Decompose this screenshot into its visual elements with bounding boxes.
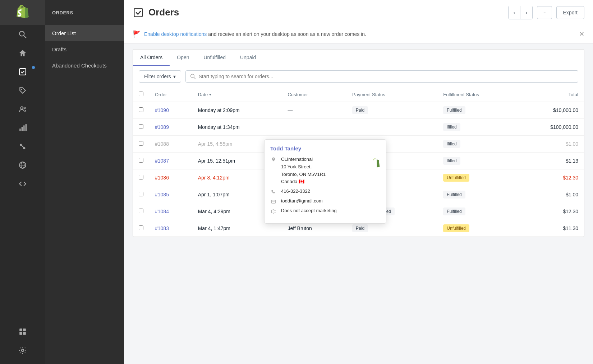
tooltip-phone: 416-322-3322 [281, 188, 310, 194]
fulfillment-status-badge: lfilled [443, 157, 460, 165]
svg-marker-25 [271, 210, 274, 214]
close-notification-button[interactable]: ✕ [579, 30, 584, 38]
next-button[interactable]: › [520, 6, 532, 19]
fulfillment-status-badge: lfilled [443, 123, 460, 131]
tab-unfulfilled[interactable]: Unfulfilled [196, 50, 233, 66]
order-total: $10,000.00 [553, 107, 578, 113]
customers-icon[interactable] [0, 100, 45, 118]
tooltip-email: toddtan@gmail.com [281, 198, 323, 204]
svg-rect-17 [23, 328, 26, 331]
col-total: Total [518, 87, 584, 102]
fulfillment-status-badge: Fulfilled [443, 191, 465, 199]
page-title: Orders [148, 7, 504, 18]
svg-line-26 [274, 210, 275, 211]
payment-status-badge: Paid [352, 224, 368, 232]
tooltip-customer-name: Todd Tanley [270, 145, 380, 151]
search-icon[interactable] [0, 25, 45, 44]
more-button[interactable]: ··· [537, 6, 552, 19]
svg-point-5 [24, 107, 25, 109]
discounts-icon[interactable] [0, 137, 45, 156]
order-link[interactable]: #1088 [155, 141, 169, 147]
row-checkbox[interactable] [139, 192, 143, 196]
filter-button[interactable]: Filter orders ▾ [139, 70, 181, 83]
header-orders-icon [133, 7, 144, 18]
order-total: $12.30 [563, 175, 578, 181]
order-link[interactable]: #1083 [155, 225, 169, 231]
search-input[interactable] [199, 74, 574, 79]
search-box [185, 70, 578, 83]
col-fulfillment-status: Fulfillment Status [437, 87, 517, 102]
svg-rect-7 [21, 127, 22, 131]
prev-button[interactable]: ‹ [509, 6, 521, 19]
orders-icon[interactable] [0, 62, 45, 81]
home-icon[interactable] [0, 44, 45, 62]
order-total: $1.00 [566, 141, 578, 147]
shopify-logo-icon [370, 158, 380, 170]
order-link[interactable]: #1089 [155, 124, 169, 130]
row-checkbox[interactable] [139, 158, 143, 163]
order-total: $100,000.00 [550, 124, 578, 130]
svg-rect-2 [19, 69, 26, 75]
payment-status-badge: Paid [352, 106, 368, 114]
notification-link[interactable]: Enable desktop notifications [144, 31, 207, 37]
phone-icon [270, 189, 277, 195]
order-link[interactable]: #1087 [155, 158, 169, 164]
fulfillment-status-badge: Unfulfilled [443, 174, 469, 182]
order-date: Mar 4, 1:47pm [198, 225, 230, 231]
tags-icon[interactable] [0, 81, 45, 100]
svg-rect-8 [23, 125, 24, 131]
table-row: #1090Monday at 2:09pm—PaidFulfilled$10,0… [133, 102, 584, 119]
nav-item-order-list[interactable]: Order List [45, 25, 124, 41]
row-checkbox[interactable] [139, 175, 143, 179]
svg-point-4 [20, 107, 23, 109]
orders-area: All Orders Open Unfulfilled Unpaid Filte… [124, 43, 593, 364]
svg-point-3 [21, 89, 22, 90]
order-link[interactable]: #1086 [155, 175, 169, 181]
tab-open[interactable]: Open [170, 50, 196, 66]
order-link[interactable]: #1085 [155, 192, 169, 197]
filter-button-label: Filter orders [144, 74, 171, 79]
tab-all-orders[interactable]: All Orders [133, 50, 170, 66]
apps-icon[interactable] [0, 322, 45, 341]
order-link[interactable]: #1084 [155, 209, 169, 214]
svg-rect-9 [25, 124, 26, 131]
date-sort-icon: ▾ [209, 92, 211, 97]
header: Orders ‹ › ··· Export [124, 0, 593, 25]
tab-unpaid[interactable]: Unpaid [233, 50, 263, 66]
nav-item-drafts[interactable]: Drafts [45, 41, 124, 57]
tooltip-marketing-row: Does not accept marketing [270, 208, 380, 215]
svg-line-10 [20, 144, 25, 149]
fulfillment-status-badge: Unfulfilled [443, 224, 469, 232]
tooltip-address: CLInternational 10 York Street. Toronto,… [281, 156, 326, 186]
customer-name: — [288, 107, 293, 113]
svg-point-0 [19, 31, 24, 36]
order-date: Apr 1, 1:07pm [198, 192, 230, 197]
row-checkbox[interactable] [139, 141, 143, 146]
flag-icon: 🚩 [133, 30, 141, 38]
row-checkbox[interactable] [139, 225, 143, 230]
row-checkbox[interactable] [139, 107, 143, 112]
tooltip-marketing: Does not accept marketing [281, 208, 337, 213]
marketing-icon [270, 208, 277, 215]
select-all-checkbox[interactable] [139, 92, 143, 96]
sidebar [0, 0, 45, 364]
svg-rect-6 [19, 129, 20, 131]
nav-item-abandoned-checkouts[interactable]: Abandoned Checkouts [45, 57, 124, 74]
col-date[interactable]: Date ▾ [192, 87, 282, 102]
svg-rect-21 [134, 8, 142, 17]
svg-line-27 [274, 212, 275, 213]
export-button[interactable]: Export [556, 6, 584, 19]
row-checkbox[interactable] [139, 124, 143, 129]
row-checkbox[interactable] [139, 209, 143, 213]
svg-point-22 [190, 74, 194, 78]
svg-line-23 [194, 77, 196, 79]
filter-bar: Filter orders ▾ [133, 66, 584, 87]
svg-rect-18 [19, 332, 22, 335]
globe-icon[interactable] [0, 156, 45, 174]
settings-icon[interactable] [0, 341, 45, 360]
code-icon[interactable] [0, 174, 45, 193]
order-link[interactable]: #1090 [155, 107, 169, 113]
nav-panel: ORDERS Order List Drafts Abandoned Check… [45, 0, 124, 364]
analytics-icon[interactable] [0, 118, 45, 137]
tabs: All Orders Open Unfulfilled Unpaid [133, 49, 584, 66]
